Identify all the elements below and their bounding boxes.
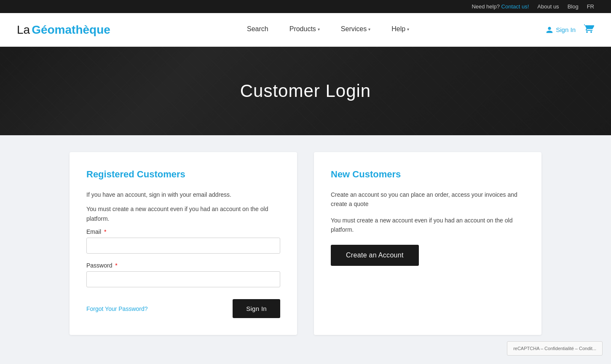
email-required: * xyxy=(104,228,106,235)
registered-desc2: You must create a new account even if yo… xyxy=(86,204,280,223)
main-content: Registered Customers If you have an acco… xyxy=(53,152,558,335)
nav-search[interactable]: Search xyxy=(239,13,277,47)
new-customers-card: New Customers Create an account so you c… xyxy=(314,152,541,335)
header: La Géomathèque Search Products ▾ Service… xyxy=(0,13,611,47)
registered-customers-card: Registered Customers If you have an acco… xyxy=(70,152,297,335)
person-icon xyxy=(546,26,553,34)
about-link[interactable]: About us xyxy=(537,3,559,10)
new-customers-desc1: Create an account so you can place an or… xyxy=(331,190,525,209)
email-group: Email * xyxy=(86,228,280,254)
logo[interactable]: La Géomathèque xyxy=(17,23,110,37)
email-input[interactable] xyxy=(86,238,280,254)
contact-link[interactable]: Contact us! xyxy=(501,3,529,10)
hero-section: Customer Login xyxy=(0,47,611,135)
create-account-button[interactable]: Create an Account xyxy=(331,245,419,266)
new-customers-title: New Customers xyxy=(331,169,525,180)
logo-geo: Géomathèque xyxy=(32,23,110,37)
new-customers-desc2: You must create a new account even if yo… xyxy=(331,216,525,235)
blog-link[interactable]: Blog xyxy=(568,3,579,10)
services-caret-icon: ▾ xyxy=(368,27,370,32)
cart-svg xyxy=(584,24,594,34)
products-caret-icon: ▾ xyxy=(318,27,320,32)
lang-link[interactable]: FR xyxy=(587,3,594,10)
password-group: Password * xyxy=(86,262,280,287)
registered-desc1: If you have an account, sign in with you… xyxy=(86,190,280,199)
hero-title: Customer Login xyxy=(240,81,371,101)
sign-in-link[interactable]: Sign In xyxy=(546,26,576,34)
registered-title: Registered Customers xyxy=(86,169,280,180)
sign-in-button[interactable]: Sign In xyxy=(233,299,280,318)
password-input[interactable] xyxy=(86,271,280,287)
nav-services[interactable]: Services ▾ xyxy=(332,13,379,47)
nav-help[interactable]: Help ▾ xyxy=(383,13,418,47)
need-help-text: Need help? Contact us! xyxy=(472,3,529,10)
email-label: Email * xyxy=(86,228,280,235)
header-right: Sign In xyxy=(546,24,594,36)
form-actions: Forgot Your Password? Sign In xyxy=(86,299,280,318)
nav-products[interactable]: Products ▾ xyxy=(281,13,328,47)
help-caret-icon: ▾ xyxy=(407,27,409,32)
cart-icon[interactable] xyxy=(584,24,594,36)
top-bar: Need help? Contact us! About us Blog FR xyxy=(0,0,611,13)
logo-la: La xyxy=(17,23,30,37)
recaptcha-badge: reCAPTCHA – Confidentialité – Condit... xyxy=(507,341,603,352)
main-nav: Search Products ▾ Services ▾ Help ▾ xyxy=(239,13,418,47)
forgot-password-link[interactable]: Forgot Your Password? xyxy=(86,305,148,312)
password-label: Password * xyxy=(86,262,280,269)
password-required: * xyxy=(115,262,117,269)
